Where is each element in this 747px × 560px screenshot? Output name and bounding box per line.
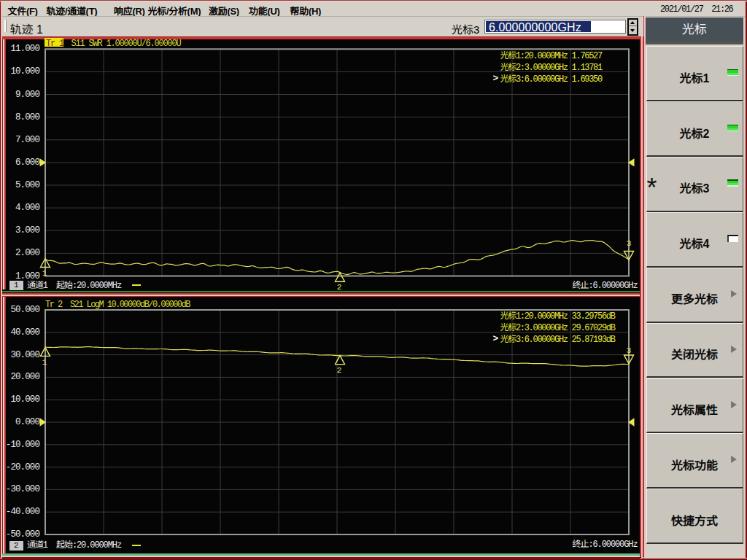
svg-text:3: 3 [627, 239, 632, 248]
svg-text:2: 2 [337, 366, 342, 375]
svg-text:1: 1 [42, 269, 47, 278]
svg-text:1: 1 [42, 358, 47, 367]
svg-text:3: 3 [627, 346, 632, 355]
